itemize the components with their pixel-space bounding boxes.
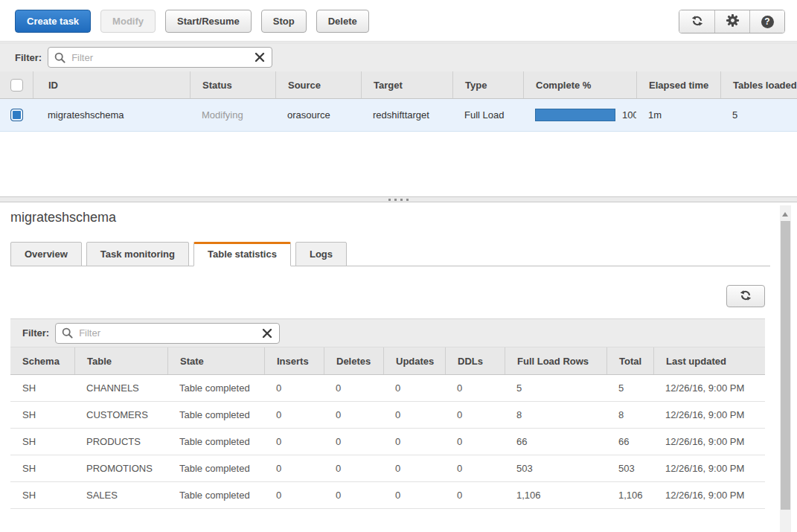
table-stats-refresh-button[interactable] <box>726 285 765 307</box>
cell-deletes: 0 <box>324 482 383 508</box>
stats-filter-clear-button[interactable] <box>255 328 279 339</box>
cell-ddls: 0 <box>445 402 505 428</box>
col-last-updated[interactable]: Last updated <box>653 347 765 374</box>
cell-schema: SH <box>10 402 74 428</box>
task-status-cell: Modifying <box>190 99 275 131</box>
task-toolbar: Create task Modify Start/Resume Stop Del… <box>0 0 797 42</box>
search-icon <box>54 52 65 63</box>
panel-scrollbar[interactable] <box>780 205 791 532</box>
tasks-filter-box <box>48 47 272 68</box>
cell-ddls: 0 <box>445 482 505 508</box>
task-elapsed-cell: 1m <box>636 99 720 131</box>
col-table[interactable]: Table <box>74 347 167 374</box>
col-tables-loaded[interactable]: Tables loaded <box>720 71 797 98</box>
cell-total: 66 <box>606 429 653 455</box>
row-select-cell <box>0 99 33 131</box>
create-task-button[interactable]: Create task <box>15 10 91 33</box>
close-icon <box>262 328 272 339</box>
row-checkbox[interactable] <box>10 109 23 121</box>
col-full-load-rows[interactable]: Full Load Rows <box>505 347 606 374</box>
select-all-checkbox[interactable] <box>10 79 23 92</box>
tasks-filter-band: Filter: <box>0 42 797 71</box>
tab-task-monitoring[interactable]: Task monitoring <box>86 242 189 266</box>
cell-state: Table completed <box>167 429 264 455</box>
cell-state: Table completed <box>167 455 264 481</box>
col-ddls[interactable]: DDLs <box>445 347 505 374</box>
col-inserts[interactable]: Inserts <box>264 347 324 374</box>
cell-ddls: 0 <box>445 375 505 401</box>
task-id-cell: migrateshschema <box>33 99 190 131</box>
cell-table: PRODUCTS <box>74 429 167 455</box>
col-source[interactable]: Source <box>275 71 361 98</box>
cell-state: Table completed <box>167 482 264 508</box>
stop-button[interactable]: Stop <box>261 10 307 33</box>
cell-deletes: 0 <box>324 375 383 401</box>
cell-total: 503 <box>606 455 653 481</box>
cell-deletes: 0 <box>324 402 383 428</box>
cell-last-updated: 12/26/16, 9:00 PM <box>653 429 765 455</box>
scrollbar-thumb[interactable] <box>781 221 790 510</box>
progress-bar <box>535 109 615 121</box>
search-icon <box>62 327 73 339</box>
start-resume-button[interactable]: Start/Resume <box>165 10 252 33</box>
tasks-filter-clear-button[interactable] <box>248 52 272 63</box>
detail-panel-title: migrateshschema <box>10 210 116 225</box>
col-total[interactable]: Total <box>606 347 653 374</box>
help-icon: ? <box>761 16 774 28</box>
col-elapsed-time[interactable]: Elapsed time <box>636 71 720 98</box>
cell-last-updated: 12/26/16, 9:00 PM <box>653 375 765 401</box>
stats-filter-box <box>55 323 280 344</box>
help-button[interactable]: ? <box>749 10 784 33</box>
task-type-cell: Full Load <box>452 99 523 131</box>
cell-updates: 0 <box>383 402 445 428</box>
cell-updates: 0 <box>383 455 445 481</box>
delete-button[interactable]: Delete <box>316 10 369 33</box>
col-schema[interactable]: Schema <box>10 347 74 374</box>
tab-table-statistics[interactable]: Table statistics <box>193 242 291 266</box>
col-id[interactable]: ID <box>33 71 190 98</box>
refresh-icon <box>691 14 704 30</box>
cell-inserts: 0 <box>264 402 324 428</box>
col-complete-pct[interactable]: Complete % <box>523 71 636 98</box>
col-type[interactable]: Type <box>452 71 523 98</box>
aws-dms-tasks-screen: { "toolbar": { "create_label": "Create t… <box>0 0 797 532</box>
stats-filter-input[interactable] <box>77 327 255 339</box>
stats-row-channels[interactable]: SH CHANNELS Table completed 0 0 0 0 5 5 … <box>10 375 765 402</box>
task-action-buttons: Create task Modify Start/Resume Stop Del… <box>15 10 369 33</box>
stats-row-promotions[interactable]: SH PROMOTIONS Table completed 0 0 0 0 50… <box>10 455 765 482</box>
stats-table-header: Schema Table State Inserts Deletes Updat… <box>10 347 765 375</box>
col-updates[interactable]: Updates <box>383 347 445 374</box>
settings-button[interactable] <box>714 10 749 33</box>
stats-row-customers[interactable]: SH CUSTOMERS Table completed 0 0 0 0 8 8… <box>10 402 765 429</box>
cell-total: 1,106 <box>606 482 653 508</box>
cell-full-load-rows: 503 <box>505 455 606 481</box>
cell-full-load-rows: 1,106 <box>505 482 606 508</box>
col-status[interactable]: Status <box>190 71 275 98</box>
drag-dots-icon <box>388 199 409 201</box>
cell-updates: 0 <box>383 482 445 508</box>
tasks-filter-input[interactable] <box>70 51 248 64</box>
col-state[interactable]: State <box>167 347 264 374</box>
tab-logs[interactable]: Logs <box>295 242 347 266</box>
cell-schema: SH <box>10 429 74 455</box>
panel-resize-handle[interactable] <box>0 196 797 202</box>
task-row-migrateshschema[interactable]: migrateshschema Modifying orasource reds… <box>0 99 797 132</box>
cell-last-updated: 12/26/16, 9:00 PM <box>653 455 765 481</box>
col-target[interactable]: Target <box>361 71 452 98</box>
stats-row-products[interactable]: SH PRODUCTS Table completed 0 0 0 0 66 6… <box>10 429 765 455</box>
stats-filter-band: Filter: <box>10 318 765 347</box>
refresh-button[interactable] <box>679 10 714 33</box>
col-deletes[interactable]: Deletes <box>324 347 383 374</box>
cell-schema: SH <box>10 482 74 508</box>
gear-icon <box>726 13 740 30</box>
scroll-up-arrow-icon[interactable] <box>782 212 788 217</box>
stats-row-sales[interactable]: SH SALES Table completed 0 0 0 0 1,106 1… <box>10 482 765 509</box>
cell-full-load-rows: 8 <box>505 402 606 428</box>
modify-button[interactable]: Modify <box>100 10 156 33</box>
cell-state: Table completed <box>167 402 264 428</box>
tasks-table-header: ID Status Source Target Type Complete % … <box>0 71 797 99</box>
cell-inserts: 0 <box>264 482 324 508</box>
detail-tabbar: Overview Task monitoring Table statistic… <box>10 241 770 266</box>
tab-overview[interactable]: Overview <box>10 242 82 266</box>
cell-deletes: 0 <box>324 429 383 455</box>
